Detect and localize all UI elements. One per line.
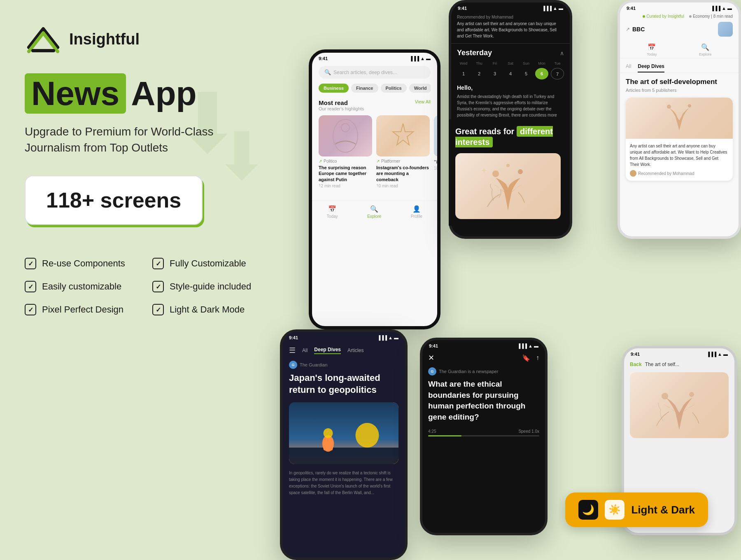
svg-rect-10 — [289, 448, 398, 464]
p3-tab-all[interactable]: All — [626, 63, 631, 72]
great-reads-overlay: Great reads for different interests — [449, 119, 567, 226]
p2-status-bar: 9:41 ▐▐▐ ▲ ▬ — [451, 2, 570, 12]
p6-back-btn[interactable]: Back — [630, 362, 642, 367]
light-dark-badge: 🌙 ☀️ Light & Dark — [565, 492, 708, 527]
p2-email-preview: Recommended by Mohammad Any artist can s… — [451, 12, 570, 44]
tag-business[interactable]: Business — [319, 84, 349, 93]
logo-area: Insightful — [25, 25, 255, 54]
p1-card-1-source: ↗ Politico — [319, 159, 372, 163]
p5-close-icon[interactable]: ✕ — [428, 353, 434, 362]
svg-rect-13 — [324, 438, 333, 450]
screens-badge: 118+ screens — [25, 175, 203, 225]
p2-yesterday-label: Yesterday — [457, 49, 492, 57]
nav-today[interactable]: 📅 Today — [327, 205, 338, 219]
svg-point-3 — [492, 170, 499, 177]
phone-deep-dives-light: 9:41 ▐▐▐ ▲ ▬ Curated by Insightful Econo… — [618, 0, 741, 239]
p3-tab-deepdives[interactable]: Deep Dives — [638, 63, 664, 72]
p1-card-2-title: Instagram's co-founders are mounting a c… — [376, 165, 430, 182]
p1-search-bar[interactable]: 🔍 Search articles, deep dives... — [319, 66, 431, 79]
p4-tabs-row: ☰ All Deep Dives Articles — [289, 346, 398, 355]
p4-article-image — [289, 402, 398, 464]
p3-article-card[interactable]: Any artist can sell their art and anyone… — [626, 98, 733, 181]
nav-profile[interactable]: 👤 Profile — [411, 205, 422, 219]
brand-name: Insightful — [69, 30, 140, 48]
p4-tab-articles[interactable]: Articles — [347, 348, 364, 353]
p5-progress-row: 4:25 Speed 1.0x — [428, 429, 539, 434]
phone-explore-light: 9:41 ▐▐▐ ▲ ▬ 🔍 Search articles, deep div… — [309, 49, 440, 329]
p1-card-1-title: The surprising reason Europe came togeth… — [319, 165, 372, 182]
phone-geopolitics-dark: 9:41 ▐▐▐ ▲ ▬ ☰ All Deep Dives Articles G… — [280, 329, 408, 560]
p3-article-sub: Articles from 5 publishers — [626, 88, 733, 93]
svg-point-5 — [506, 164, 510, 167]
p6-nav-row: Back The art of self... — [630, 362, 729, 367]
p3-article-card-text: Any artist can sell their art and anyone… — [630, 143, 729, 168]
p1-view-all[interactable]: View All — [415, 99, 431, 111]
p1-card-3-read: 18 m... — [434, 166, 440, 170]
check-icon-pixel — [25, 304, 36, 315]
p1-card-2-read: 10 min read — [376, 184, 430, 188]
p1-card-1-read: 12 min read — [319, 184, 372, 188]
tag-finance[interactable]: Finance — [351, 84, 378, 93]
p5-main-content: ✕ 🔖 ↑ G The Guardian is a newspaper What… — [422, 350, 545, 442]
features-grid: Re-use Components Fully Customizable Eas… — [25, 258, 255, 315]
p5-article-title: What are the ethical boundaries for purs… — [428, 379, 539, 422]
svg-point-2 — [341, 124, 350, 132]
p3-article-title: The art of self-development — [626, 78, 733, 86]
p3-nav-today[interactable]: 📅 Today — [647, 43, 657, 56]
p4-tab-all[interactable]: All — [302, 348, 308, 353]
p5-progress-fill — [428, 435, 461, 436]
p4-main-content: ☰ All Deep Dives Articles G The Guardian… — [282, 342, 405, 500]
p5-source-icon: G — [428, 367, 436, 376]
tag-world[interactable]: World — [409, 84, 431, 93]
p1-status-bar: 9:41 ▐▐▐ ▲ ▬ — [312, 53, 437, 63]
phone-ethics-dark: 9:41 ▐▐▐ ▲ ▬ ✕ 🔖 ↑ G The Guardian is a n… — [420, 338, 548, 535]
p1-card-1[interactable]: ↗ Politico The surprising reason Europe … — [319, 115, 372, 188]
p2-day-labels: Wed Thu Fri Sat Sun Mon Tue — [457, 61, 564, 65]
p4-body-text: In geopolitics, rarely do we realize tha… — [289, 470, 398, 496]
p2-recommended: Recommended by Mohammad — [457, 15, 564, 19]
svg-point-12 — [324, 428, 333, 438]
p3-nav-row: 📅 Today 🔍 Explore — [620, 42, 739, 58]
p3-badge-economy: Economy | 8 min read — [689, 14, 733, 19]
tag-politics[interactable]: Politics — [381, 84, 407, 93]
brand-logo-icon — [25, 25, 62, 54]
p1-card-3-img — [434, 115, 440, 156]
p1-card-2[interactable]: ↗ Platformer Instagram's co-founders are… — [376, 115, 430, 188]
p3-bbc-label: BBC — [632, 26, 645, 33]
p4-hamburger-icon[interactable]: ☰ — [289, 346, 296, 355]
great-reads-flower-img — [455, 153, 561, 219]
p5-bookmark-icon[interactable]: 🔖 — [522, 354, 530, 362]
p4-tab-deepdives[interactable]: Deep Dives — [314, 347, 341, 354]
feature-style: Style-guide included — [152, 281, 255, 292]
p1-section-header: Most read Our reader's highlights View A… — [319, 99, 431, 111]
p3-article-section: The art of self-development Articles fro… — [620, 78, 739, 181]
dark-mode-icon: 🌙 — [578, 500, 598, 520]
p1-bottom-nav: 📅 Today 🔍 Explore 👤 Profile — [312, 201, 437, 223]
phones-container: 9:41 ▐▐▐ ▲ ▬ 🔍 Search articles, deep div… — [247, 0, 741, 560]
p6-main-content: Back The art of self... — [624, 358, 734, 441]
p6-article-label: The art of self... — [645, 362, 679, 367]
p3-nav-explore[interactable]: 🔍 Explore — [699, 43, 712, 56]
p1-section-sub: Our reader's highlights — [319, 106, 364, 111]
p3-article-img — [626, 98, 733, 139]
p6-status-bar: 9:41 ▐▐▐ ▲ ▬ — [624, 348, 734, 358]
p3-article-card-content: Any artist can sell their art and anyone… — [626, 139, 733, 181]
p5-status-bar: 9:41 ▐▐▐ ▲ ▬ — [422, 340, 545, 350]
p1-main-content: 🔍 Search articles, deep dives... Busines… — [312, 63, 437, 197]
bg-arrow-2: ⬇ — [214, 124, 269, 189]
p2-email-body: Any artist can sell their art and anyone… — [457, 21, 564, 39]
nav-explore[interactable]: 🔍 Explore — [367, 205, 381, 219]
p3-bbc-thumbnail — [718, 22, 733, 37]
p6-article-img — [630, 372, 729, 438]
p3-recommended-row: Recommended by Mohammad — [630, 170, 729, 177]
screens-count: 118+ screens — [46, 188, 181, 212]
feature-fully: Fully Customizable — [152, 258, 255, 269]
check-icon-lightdark — [152, 304, 164, 315]
p1-card-1-img — [319, 115, 372, 156]
p6-flower-bg — [630, 372, 729, 438]
p5-share-icon[interactable]: ↑ — [536, 354, 539, 362]
p1-card-3-title: "iP... in h... insi... iPh... — [434, 159, 440, 165]
p5-progress-bar — [428, 435, 539, 436]
p5-action-icons: 🔖 ↑ — [522, 354, 539, 362]
p1-tags-row: Business Finance Politics World Climat — [319, 84, 431, 93]
